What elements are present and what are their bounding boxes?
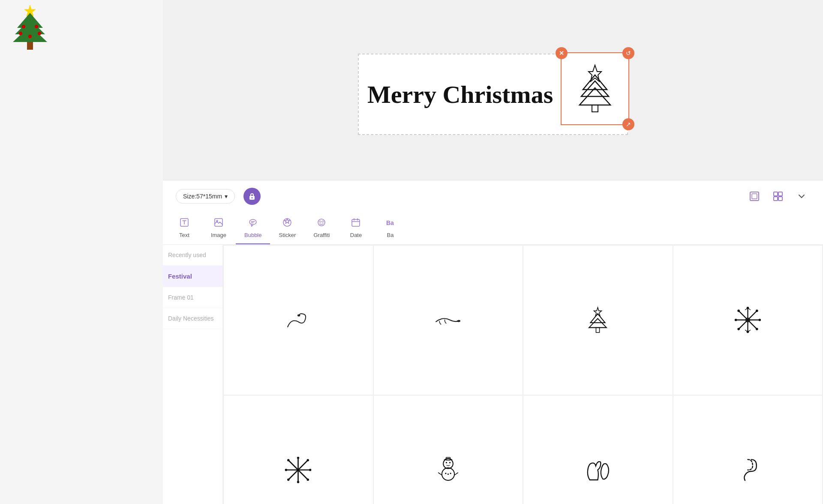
sticker-cell-christmas-tree[interactable] [523,246,673,395]
svg-marker-1 [17,13,43,28]
sticker-tab-label: Sticker [279,232,296,238]
svg-point-36 [249,219,256,225]
tab-date[interactable]: Date [339,212,373,244]
ba-tab-label: Ba [387,232,394,238]
svg-line-89 [439,473,442,475]
toolbar-right [746,188,810,205]
sticker-cell-snowflake-small[interactable] [224,396,373,504]
svg-point-61 [735,319,737,321]
size-label: Size:57*15mm [183,193,222,200]
svg-point-63 [737,310,740,312]
lock-icon [248,192,256,200]
sidebar-item-festival[interactable]: Festival [163,266,222,287]
size-selector-button[interactable]: Size:57*15mm ▾ [176,189,235,204]
sticker-snowman-image [434,456,462,484]
chevron-down-icon [797,192,806,201]
svg-rect-24 [592,105,598,112]
date-tab-icon [351,217,361,230]
sticker-mittens-image [584,456,612,484]
sticker-crocodile-image [434,306,462,334]
svg-point-26 [252,197,253,198]
sticker-tree-image [574,63,616,114]
decoration-tree-topleft [9,4,51,51]
svg-rect-4 [27,42,33,50]
tab-sticker[interactable]: Sticker [270,212,304,244]
canvas-area: Merry Christmas ✕ ↺ ↗ [163,0,823,180]
svg-rect-28 [752,194,757,199]
svg-point-82 [307,459,309,461]
svg-point-41 [319,221,321,222]
toolbar: Size:57*15mm ▾ [163,180,823,212]
svg-point-50 [457,320,458,321]
image-tab-icon [213,217,224,230]
svg-marker-22 [581,81,609,96]
sticker-cell-candy-cane[interactable] [673,396,823,504]
sidebar-item-frame01[interactable]: Frame 01 [163,287,222,308]
graffiti-tab-icon [316,217,327,230]
svg-point-9 [28,35,32,38]
bubble-tab-label: Bubble [244,232,261,238]
svg-point-78 [285,469,287,471]
svg-point-42 [322,221,324,222]
svg-point-7 [19,32,22,35]
tab-ba[interactable]: Ba Ba [373,212,407,244]
svg-point-92 [448,473,449,474]
svg-rect-31 [774,197,778,201]
bottom-panel: Text Image Bubble [163,212,823,504]
sticker-close-button[interactable]: ✕ [556,47,568,59]
grid-button[interactable] [769,188,787,205]
text-tab-label: Text [179,232,189,238]
sticker-cell-snowflake-large[interactable] [673,246,823,395]
svg-point-88 [449,462,451,463]
tab-graffiti[interactable]: Graffiti [304,212,339,244]
sticker-snowflake-large-image [734,306,762,334]
tab-text[interactable]: Text [167,212,201,244]
sticker-cell-mittens[interactable] [523,396,673,504]
canvas-inner[interactable]: Merry Christmas ✕ ↺ ↗ [358,54,628,135]
graffiti-tab-label: Graffiti [313,232,330,238]
sticker-christmas-tree-image [584,306,612,334]
tab-bubble[interactable]: Bubble [236,212,270,244]
sticker-cell-crocodile[interactable] [374,246,523,395]
svg-point-66 [737,328,740,330]
svg-point-5 [22,25,25,28]
svg-point-62 [758,319,761,321]
svg-point-48 [297,315,300,317]
bubble-tab-icon [248,217,258,230]
sidebar: Recently used Festival Frame 01 Daily Ne… [163,245,223,504]
svg-text:Ba: Ba [386,219,394,226]
svg-point-64 [756,328,758,330]
sticker-tab-icon [282,217,292,230]
sticker-rotate-button[interactable]: ↺ [622,47,634,59]
lock-button[interactable] [243,188,261,205]
svg-point-80 [287,459,289,461]
svg-point-77 [297,481,299,483]
sticker-cell-snake[interactable] [224,246,373,395]
toolbar-more-button[interactable] [793,188,810,205]
sticker-grid [223,245,823,504]
date-tab-label: Date [350,232,362,238]
frame-button[interactable] [746,188,763,205]
sidebar-item-daily[interactable]: Daily Necessities [163,308,222,329]
selected-sticker[interactable]: ✕ ↺ ↗ [561,52,629,125]
sidebar-item-recently-used[interactable]: Recently used [163,245,222,266]
svg-rect-29 [774,192,778,196]
svg-marker-3 [13,26,47,42]
svg-point-91 [445,473,446,474]
sticker-resize-button[interactable]: ↗ [622,118,634,130]
svg-marker-0 [24,5,36,16]
svg-point-79 [309,469,311,471]
svg-point-81 [307,478,309,480]
svg-point-93 [450,473,451,474]
svg-rect-43 [352,219,360,226]
tab-image[interactable]: Image [201,212,236,244]
sticker-snake-image [284,306,312,334]
svg-point-65 [756,310,758,312]
sticker-cell-snowman[interactable] [374,396,523,504]
svg-marker-51 [594,308,602,317]
tab-bar: Text Image Bubble [163,212,823,245]
svg-point-76 [297,456,299,459]
svg-point-87 [446,462,447,463]
size-chevron-icon: ▾ [225,193,228,200]
svg-rect-54 [596,328,600,333]
